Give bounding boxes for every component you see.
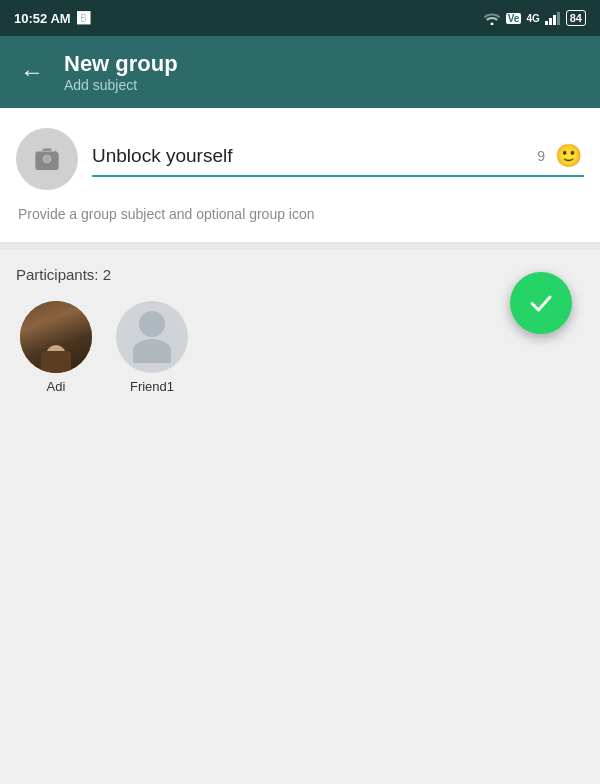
svg-rect-3 — [557, 12, 560, 25]
signal-4g-icon: 4G — [526, 13, 539, 24]
back-arrow-icon: ← — [20, 58, 44, 86]
group-name-input-wrapper: 9 🙂 — [92, 141, 584, 177]
app-bar-title-section: New group Add subject — [64, 51, 178, 93]
helper-text: Provide a group subject and optional gro… — [16, 206, 584, 222]
battery-indicator: 84 — [566, 10, 586, 26]
group-icon-button[interactable] — [16, 128, 78, 190]
participants-grid: Adi Friend1 — [16, 301, 584, 394]
silhouette-body — [133, 339, 171, 363]
svg-rect-1 — [549, 18, 552, 25]
confirm-fab[interactable] — [510, 272, 572, 334]
camera-icon — [33, 145, 61, 173]
status-bar-left: 10:52 AM 🅱 — [14, 11, 90, 26]
signal-ve-icon: Ve — [506, 13, 522, 24]
content-area: 9 🙂 Provide a group subject and optional… — [0, 108, 600, 242]
participant-avatar-friend1[interactable] — [116, 301, 188, 373]
page-subtitle: Add subject — [64, 77, 178, 93]
app-bar: ← New group Add subject — [0, 36, 600, 108]
svg-rect-0 — [545, 21, 548, 25]
silhouette-head — [139, 311, 165, 337]
time-display: 10:52 AM — [14, 11, 71, 26]
back-button[interactable]: ← — [16, 56, 48, 88]
signal-bars-icon — [545, 11, 561, 25]
status-bar: 10:52 AM 🅱 Ve 4G 84 — [0, 0, 600, 36]
participants-label: Participants: 2 — [16, 266, 584, 283]
page-title: New group — [64, 51, 178, 77]
emoji-icon: 🙂 — [555, 143, 582, 169]
svg-rect-2 — [553, 15, 556, 25]
section-divider — [0, 242, 600, 250]
status-bar-right: Ve 4G 84 — [483, 10, 586, 26]
svg-point-4 — [44, 156, 51, 163]
participant-name-friend1: Friend1 — [130, 379, 174, 394]
participant-item-adi: Adi — [20, 301, 92, 394]
participant-name-adi: Adi — [47, 379, 66, 394]
char-count: 9 — [529, 148, 545, 164]
group-name-input[interactable] — [92, 145, 521, 167]
emoji-button[interactable]: 🙂 — [553, 141, 584, 171]
group-setup-row: 9 🙂 — [16, 128, 584, 196]
wifi-icon — [483, 11, 501, 25]
default-avatar-silhouette — [133, 311, 171, 363]
participant-avatar-adi[interactable] — [20, 301, 92, 373]
notification-icon: 🅱 — [77, 11, 90, 26]
check-icon — [526, 288, 556, 318]
participant-item-friend1: Friend1 — [116, 301, 188, 394]
